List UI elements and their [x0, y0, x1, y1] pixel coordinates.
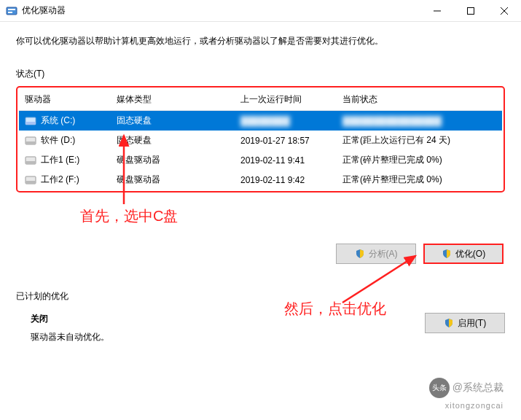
svg-rect-2 — [8, 12, 12, 13]
drive-last: 2019-02-11 9:42 — [238, 174, 340, 187]
watermark-text: @系统总裁 — [453, 381, 504, 394]
svg-rect-0 — [7, 7, 17, 15]
app-icon — [6, 5, 17, 17]
drive-media: 固态硬盘 — [114, 113, 238, 128]
drive-name: 工作2 (F:) — [41, 174, 79, 186]
schedule-desc: 驱动器未自动优化。 — [31, 331, 425, 343]
analyze-label: 分析(A) — [369, 248, 398, 260]
drive-last: ████████ — [238, 114, 340, 128]
col-state[interactable]: 当前状态 — [340, 92, 502, 107]
drive-icon — [25, 175, 36, 185]
status-section: 状态(T) 驱动器 媒体类型 上一次运行时间 当前状态 系统 (C:) 固态硬盘… — [16, 68, 505, 192]
drive-row[interactable]: 工作2 (F:) 硬盘驱动器 2019-02-11 9:42 正常(碎片整理已完… — [19, 170, 502, 190]
minimize-button[interactable] — [420, 0, 454, 22]
shield-icon — [444, 318, 454, 328]
column-headers: 驱动器 媒体类型 上一次运行时间 当前状态 — [19, 89, 502, 111]
close-icon — [501, 7, 508, 15]
watermark: 头条 @系统总裁 — [429, 378, 504, 398]
svg-rect-1 — [8, 9, 15, 10]
shield-icon — [355, 249, 365, 259]
maximize-button[interactable] — [454, 0, 487, 22]
drive-row[interactable]: 软件 (D:) 固态硬盘 2019-01-27 18:57 正常(距上次运行已有… — [19, 131, 502, 150]
optimize-label: 优化(O) — [455, 248, 485, 260]
analyze-button[interactable]: 分析(A) — [336, 244, 416, 264]
schedule-section: 已计划的优化 关闭 驱动器未自动优化。 启用(T) — [16, 290, 505, 343]
schedule-title: 已计划的优化 — [16, 290, 505, 303]
col-last[interactable]: 上一次运行时间 — [238, 92, 340, 107]
drive-state: 正常(碎片整理已完成 0%) — [340, 172, 502, 187]
svg-rect-10 — [26, 141, 36, 144]
titlebar: 优化驱动器 — [0, 0, 521, 22]
drive-last: 2019-02-11 9:41 — [238, 154, 340, 167]
drive-media: 固态硬盘 — [114, 133, 238, 148]
drive-icon — [25, 155, 36, 166]
optimize-button[interactable]: 优化(O) — [423, 244, 504, 264]
drive-media: 硬盘驱动器 — [114, 152, 238, 168]
enable-button[interactable]: 启用(T) — [425, 313, 505, 333]
col-media[interactable]: 媒体类型 — [114, 92, 238, 107]
enable-label: 启用(T) — [458, 317, 486, 330]
schedule-state: 关闭 — [31, 313, 425, 325]
watermark-badge: 头条 — [429, 378, 450, 398]
close-button[interactable] — [487, 0, 521, 22]
drive-icon — [25, 116, 36, 126]
drive-name: 软件 (D:) — [41, 134, 75, 147]
drive-name: 工作1 (E:) — [41, 154, 79, 166]
drive-list-container: 驱动器 媒体类型 上一次运行时间 当前状态 系统 (C:) 固态硬盘 █████… — [16, 86, 505, 192]
drive-last: 2019-01-27 18:57 — [238, 134, 340, 147]
window-title: 优化驱动器 — [22, 4, 420, 17]
drive-media: 硬盘驱动器 — [114, 172, 238, 187]
drive-icon — [25, 136, 36, 146]
drive-row[interactable]: 系统 (C:) 固态硬盘 ████████ ████████████████ — [19, 111, 502, 131]
status-label: 状态(T) — [16, 68, 505, 80]
svg-rect-4 — [468, 7, 474, 14]
drive-state: ████████████████ — [340, 114, 502, 128]
maximize-icon — [467, 7, 474, 15]
drive-list: 系统 (C:) 固态硬盘 ████████ ████████████████ 软… — [19, 111, 502, 190]
main-content: 你可以优化驱动器以帮助计算机更高效地运行，或者分析驱动器以了解是否需要对其进行优… — [0, 22, 521, 343]
shield-icon — [442, 249, 452, 259]
description-text: 你可以优化驱动器以帮助计算机更高效地运行，或者分析驱动器以了解是否需要对其进行优… — [16, 35, 505, 47]
svg-rect-8 — [26, 122, 36, 125]
drive-name: 系统 (C:) — [41, 114, 75, 127]
drive-state: 正常(距上次运行已有 24 天) — [340, 133, 502, 148]
drive-state: 正常(碎片整理已完成 0%) — [340, 152, 502, 168]
drive-row[interactable]: 工作1 (E:) 硬盘驱动器 2019-02-11 9:41 正常(碎片整理已完… — [19, 150, 502, 170]
col-drive[interactable]: 驱动器 — [19, 92, 114, 107]
svg-rect-14 — [26, 181, 36, 184]
svg-rect-12 — [26, 161, 36, 164]
action-buttons: 分析(A) 优化(O) — [16, 244, 505, 264]
watermark-sub: xitongzongcai — [445, 401, 504, 410]
minimize-icon — [434, 7, 441, 15]
